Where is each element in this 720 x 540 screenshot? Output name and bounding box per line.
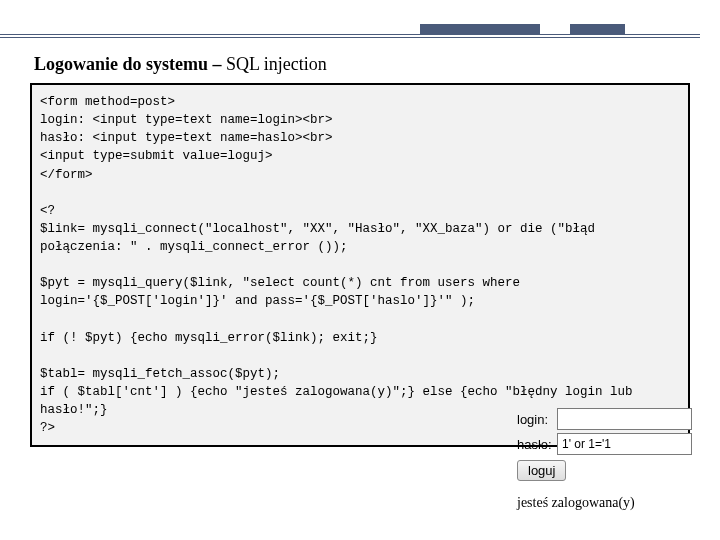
decor-bar <box>570 24 625 34</box>
title-rest: SQL injection <box>226 54 327 74</box>
haslo-row: hasło: <box>517 433 692 455</box>
login-input[interactable] <box>557 408 692 430</box>
divider <box>0 34 700 35</box>
haslo-input[interactable] <box>557 433 692 455</box>
page-title: Logowanie do systemu – SQL injection <box>34 54 720 75</box>
submit-button[interactable]: loguj <box>517 460 566 481</box>
status-text: jesteś zalogowana(y) <box>517 495 692 511</box>
login-label: login: <box>517 412 557 427</box>
divider <box>0 37 700 38</box>
header-decor <box>0 0 720 44</box>
login-row: login: <box>517 408 692 430</box>
decor-bar <box>420 24 540 34</box>
haslo-label: hasło: <box>517 437 557 452</box>
code-block: <form method=post> login: <input type=te… <box>30 83 690 447</box>
demo-form: login: hasło: loguj jesteś zalogowana(y) <box>517 408 692 511</box>
title-bold: Logowanie do systemu – <box>34 54 226 74</box>
